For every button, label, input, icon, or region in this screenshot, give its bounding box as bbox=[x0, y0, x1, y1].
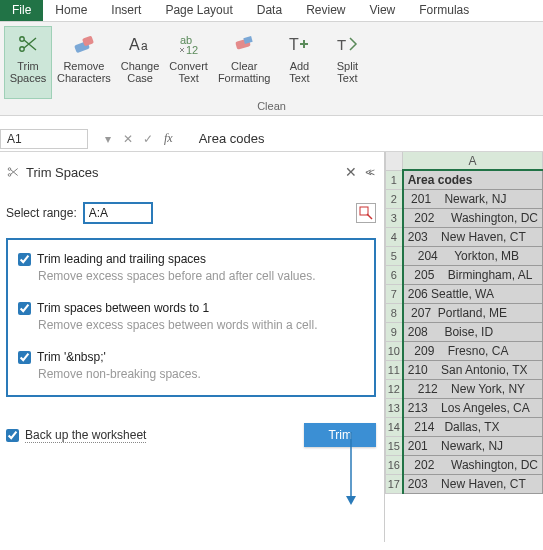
row-header[interactable]: 5 bbox=[386, 246, 403, 265]
cell[interactable]: 210 San Antonio, TX bbox=[403, 360, 543, 379]
dropdown-icon[interactable]: ▾ bbox=[98, 132, 118, 146]
button-label: Split Text bbox=[337, 60, 358, 84]
opt-desc: Remove non-breaking spaces. bbox=[38, 367, 364, 381]
row-header[interactable]: 4 bbox=[386, 227, 403, 246]
tab-review[interactable]: Review bbox=[294, 0, 357, 21]
row-header[interactable]: 12 bbox=[386, 379, 403, 398]
button-label: Change Case bbox=[121, 60, 160, 84]
cell[interactable]: 205 Birmingham, AL bbox=[403, 265, 543, 284]
button-label: Convert Text bbox=[169, 60, 208, 84]
checkbox[interactable] bbox=[18, 351, 31, 364]
ribbon-group-caption: Clean bbox=[4, 99, 539, 113]
convert-icon: ab12 bbox=[175, 30, 203, 58]
tab-view[interactable]: View bbox=[357, 0, 407, 21]
row-header[interactable]: 10 bbox=[386, 341, 403, 360]
cancel-icon[interactable]: ✕ bbox=[118, 132, 138, 146]
row-header[interactable]: 7 bbox=[386, 284, 403, 303]
row-header[interactable]: 17 bbox=[386, 474, 403, 493]
formula-bar: A1 ▾ ✕ ✓ fx Area codes bbox=[0, 126, 543, 152]
opt-label: Trim spaces between words to 1 bbox=[37, 301, 209, 315]
arrow-annotation bbox=[345, 432, 357, 506]
svg-rect-9 bbox=[244, 36, 253, 44]
cell[interactable]: 214 Dallas, TX bbox=[403, 417, 543, 436]
close-icon[interactable]: ✕ bbox=[341, 164, 361, 180]
formula-value[interactable]: Area codes bbox=[199, 131, 265, 146]
select-range-label: Select range: bbox=[6, 206, 77, 220]
cell[interactable]: 212 New York, NY bbox=[403, 379, 543, 398]
cell[interactable]: 208 Boise, ID bbox=[403, 322, 543, 341]
cell[interactable]: 207 Portland, ME bbox=[403, 303, 543, 322]
scissors-icon bbox=[14, 30, 42, 58]
remove-characters-button[interactable]: Remove Characters bbox=[52, 26, 116, 99]
cell[interactable]: 213 Los Angeles, CA bbox=[403, 398, 543, 417]
cell[interactable]: 204 Yorkton, MB bbox=[403, 246, 543, 265]
name-box[interactable]: A1 bbox=[0, 129, 88, 149]
tab-data[interactable]: Data bbox=[245, 0, 294, 21]
range-picker-button[interactable] bbox=[356, 203, 376, 223]
backup-label[interactable]: Back up the worksheet bbox=[25, 428, 146, 443]
opt-label: Trim leading and trailing spaces bbox=[37, 252, 206, 266]
cell[interactable]: 203 New Haven, CT bbox=[403, 474, 543, 493]
cell[interactable]: Area codes bbox=[403, 170, 543, 189]
row-header[interactable]: 2 bbox=[386, 189, 403, 208]
button-label: Remove Characters bbox=[57, 60, 111, 84]
enter-icon[interactable]: ✓ bbox=[138, 132, 158, 146]
svg-point-12 bbox=[8, 168, 11, 171]
backup-checkbox[interactable] bbox=[6, 429, 19, 442]
opt-desc: Remove excess spaces before and after ce… bbox=[38, 269, 364, 283]
col-header-a[interactable]: A bbox=[403, 152, 543, 170]
svg-marker-16 bbox=[346, 496, 356, 505]
row-header[interactable]: 1 bbox=[386, 170, 403, 189]
split-icon: T bbox=[333, 30, 361, 58]
row-header[interactable]: 6 bbox=[386, 265, 403, 284]
trim-button[interactable]: Trim bbox=[304, 423, 376, 447]
tab-page-layout[interactable]: Page Layout bbox=[153, 0, 244, 21]
cell[interactable]: 202 Washington, DC bbox=[403, 208, 543, 227]
opt-leading-trailing[interactable]: Trim leading and trailing spaces bbox=[18, 252, 364, 266]
cell[interactable]: 203 New Haven, CT bbox=[403, 227, 543, 246]
checkbox[interactable] bbox=[18, 253, 31, 266]
change-case-button[interactable]: Aa Change Case bbox=[116, 26, 165, 99]
fx-icon[interactable]: fx bbox=[164, 131, 173, 146]
svg-point-1 bbox=[20, 47, 24, 51]
button-label: Clear Formatting bbox=[218, 60, 271, 84]
opt-label: Trim '&nbsp;' bbox=[37, 350, 106, 364]
pane-title: Trim Spaces bbox=[26, 165, 341, 180]
add-text-button[interactable]: T Add Text bbox=[275, 26, 323, 99]
options-box: Trim leading and trailing spaces Remove … bbox=[6, 238, 376, 397]
row-header[interactable]: 9 bbox=[386, 322, 403, 341]
clear-formatting-button[interactable]: Clear Formatting bbox=[213, 26, 276, 99]
spreadsheet-grid[interactable]: A 1Area codes2 201 Newark, NJ3 202 Washi… bbox=[384, 152, 543, 542]
cell[interactable]: 206 Seattle, WA bbox=[403, 284, 543, 303]
row-header[interactable]: 14 bbox=[386, 417, 403, 436]
svg-text:12: 12 bbox=[186, 44, 198, 56]
pane-header: Trim Spaces ✕ << bbox=[6, 160, 376, 188]
tab-home[interactable]: Home bbox=[43, 0, 99, 21]
cell[interactable]: 201 Newark, NJ bbox=[403, 189, 543, 208]
row-header[interactable]: 15 bbox=[386, 436, 403, 455]
svg-text:T: T bbox=[289, 36, 299, 53]
row-header[interactable]: 8 bbox=[386, 303, 403, 322]
opt-desc: Remove excess spaces between words withi… bbox=[38, 318, 364, 332]
opt-between-words[interactable]: Trim spaces between words to 1 bbox=[18, 301, 364, 315]
row-header[interactable]: 16 bbox=[386, 455, 403, 474]
cell[interactable]: 201 Newark, NJ bbox=[403, 436, 543, 455]
checkbox[interactable] bbox=[18, 302, 31, 315]
cell[interactable]: 202 Washington, DC bbox=[403, 455, 543, 474]
split-text-button[interactable]: T Split Text bbox=[323, 26, 371, 99]
cell[interactable]: 209 Fresno, CA bbox=[403, 341, 543, 360]
tab-file[interactable]: File bbox=[0, 0, 43, 21]
row-header[interactable]: 3 bbox=[386, 208, 403, 227]
ribbon: Trim Spaces Remove Characters Aa Change … bbox=[0, 22, 543, 116]
tab-insert[interactable]: Insert bbox=[99, 0, 153, 21]
tab-formulas[interactable]: Formulas bbox=[407, 0, 481, 21]
opt-nbsp[interactable]: Trim '&nbsp;' bbox=[18, 350, 364, 364]
convert-text-button[interactable]: ab12 Convert Text bbox=[164, 26, 213, 99]
menu-icon[interactable]: << bbox=[361, 166, 376, 178]
change-case-icon: Aa bbox=[126, 30, 154, 58]
trim-spaces-button[interactable]: Trim Spaces bbox=[4, 26, 52, 99]
select-range-input[interactable] bbox=[85, 206, 151, 220]
scissors-icon bbox=[6, 165, 20, 179]
row-header[interactable]: 13 bbox=[386, 398, 403, 417]
row-header[interactable]: 11 bbox=[386, 360, 403, 379]
